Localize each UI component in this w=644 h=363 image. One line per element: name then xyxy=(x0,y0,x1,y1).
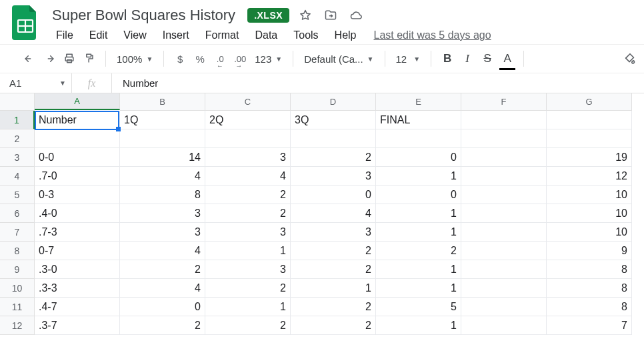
cell[interactable]: 10 xyxy=(547,186,632,204)
paint-format-button[interactable] xyxy=(80,49,99,69)
select-all-corner[interactable] xyxy=(0,93,35,111)
cell[interactable] xyxy=(547,111,632,129)
row-header[interactable]: 2 xyxy=(0,129,35,148)
bold-button[interactable]: B xyxy=(438,49,457,69)
column-header[interactable]: D xyxy=(291,93,376,111)
cell[interactable]: 9 xyxy=(547,242,632,260)
cell[interactable] xyxy=(461,186,547,204)
cell[interactable]: 2 xyxy=(291,298,376,316)
cell[interactable] xyxy=(461,111,547,129)
cell[interactable]: 3 xyxy=(205,148,291,167)
cell[interactable]: 1 xyxy=(376,279,461,298)
cell[interactable]: 1 xyxy=(376,260,461,279)
zoom-select[interactable]: 100% ▼ xyxy=(113,53,157,65)
cell[interactable]: 14 xyxy=(120,148,205,167)
cell[interactable]: 2 xyxy=(291,148,376,167)
row-header[interactable]: 1 xyxy=(0,111,35,129)
row-header[interactable]: 11 xyxy=(0,298,35,316)
cell[interactable]: 0 xyxy=(120,298,205,316)
cell[interactable]: 8 xyxy=(120,186,205,204)
text-color-button[interactable]: A xyxy=(498,49,517,69)
fill-color-button[interactable] xyxy=(620,49,640,69)
cell[interactable]: 12 xyxy=(547,167,632,186)
row-header[interactable]: 5 xyxy=(0,186,35,204)
cell[interactable]: 19 xyxy=(547,148,632,167)
cell[interactable]: 2 xyxy=(120,260,205,279)
row-header[interactable]: 6 xyxy=(0,204,35,223)
cell[interactable]: 8 xyxy=(547,298,632,316)
cell[interactable]: 1 xyxy=(205,242,291,260)
cell[interactable] xyxy=(461,242,547,260)
star-icon[interactable] xyxy=(299,9,312,22)
cell[interactable]: 3 xyxy=(291,167,376,186)
move-to-folder-icon[interactable] xyxy=(324,9,337,22)
cell[interactable]: .3-7 xyxy=(35,316,120,335)
cell[interactable] xyxy=(291,129,376,148)
sheets-app-icon[interactable] xyxy=(12,5,39,40)
cell[interactable] xyxy=(461,298,547,316)
menu-help[interactable]: Help xyxy=(328,27,363,44)
cell[interactable]: 3 xyxy=(120,204,205,223)
cell[interactable]: 8 xyxy=(547,260,632,279)
cell[interactable]: 5 xyxy=(376,298,461,316)
cell[interactable]: 7 xyxy=(547,316,632,335)
decrease-decimal-button[interactable]: .0← xyxy=(211,49,229,69)
cell[interactable] xyxy=(35,129,120,148)
cell[interactable]: 1 xyxy=(376,167,461,186)
spreadsheet-grid[interactable]: ABCDEFG1Number1Q2Q3QFINAL230-014320194.7… xyxy=(0,93,644,335)
cell[interactable]: 2 xyxy=(376,242,461,260)
cell[interactable]: 2 xyxy=(120,316,205,335)
column-header[interactable]: C xyxy=(205,93,291,111)
cell[interactable]: 2 xyxy=(291,260,376,279)
cell[interactable]: 1 xyxy=(205,298,291,316)
cell[interactable] xyxy=(461,167,547,186)
cell[interactable]: 0-7 xyxy=(35,242,120,260)
cell[interactable]: 4 xyxy=(291,204,376,223)
cell[interactable]: 3 xyxy=(120,223,205,242)
cell[interactable]: 0-3 xyxy=(35,186,120,204)
cell[interactable] xyxy=(205,129,291,148)
cell[interactable]: 4 xyxy=(120,167,205,186)
document-title[interactable]: Super Bowl Squares History xyxy=(49,5,238,25)
cell[interactable] xyxy=(461,316,547,335)
column-header[interactable]: A xyxy=(35,93,120,110)
font-family-select[interactable]: Default (Ca... ▼ xyxy=(300,53,377,65)
cell[interactable] xyxy=(461,279,547,298)
cell[interactable]: 10 xyxy=(547,223,632,242)
menu-tools[interactable]: Tools xyxy=(287,27,325,44)
redo-button[interactable] xyxy=(40,49,59,69)
cell[interactable]: 2 xyxy=(205,316,291,335)
cell[interactable]: 0 xyxy=(376,186,461,204)
menu-edit[interactable]: Edit xyxy=(83,27,115,44)
strikethrough-button[interactable]: S xyxy=(478,49,497,69)
cell[interactable]: .4-7 xyxy=(35,298,120,316)
menu-insert[interactable]: Insert xyxy=(156,27,196,44)
cell[interactable]: 1 xyxy=(376,316,461,335)
menu-view[interactable]: View xyxy=(117,27,153,44)
cell[interactable]: 8 xyxy=(547,279,632,298)
format-currency-button[interactable]: $ xyxy=(171,49,189,69)
column-header[interactable]: F xyxy=(461,93,547,111)
undo-button[interactable] xyxy=(20,49,39,69)
cell[interactable]: 1 xyxy=(291,279,376,298)
cell[interactable]: .3-0 xyxy=(35,260,120,279)
row-header[interactable]: 12 xyxy=(0,316,35,335)
cell[interactable] xyxy=(461,129,547,148)
menu-format[interactable]: Format xyxy=(199,27,246,44)
cell[interactable]: 4 xyxy=(205,167,291,186)
cell[interactable]: 2 xyxy=(291,316,376,335)
formula-input[interactable]: Number xyxy=(112,73,644,93)
cloud-status-icon[interactable] xyxy=(349,9,363,22)
cell[interactable]: 0 xyxy=(376,148,461,167)
cell[interactable]: 2 xyxy=(291,242,376,260)
name-box[interactable]: A1 ▼ xyxy=(0,73,72,93)
cell[interactable] xyxy=(461,260,547,279)
row-header[interactable]: 8 xyxy=(0,242,35,260)
row-header[interactable]: 7 xyxy=(0,223,35,242)
column-header[interactable]: G xyxy=(547,93,632,111)
last-edit-link[interactable]: Last edit was 5 days ago xyxy=(374,29,491,41)
menu-data[interactable]: Data xyxy=(248,27,284,44)
cell[interactable] xyxy=(461,223,547,242)
cell[interactable]: .7-0 xyxy=(35,167,120,186)
cell[interactable]: 3Q xyxy=(291,111,376,129)
